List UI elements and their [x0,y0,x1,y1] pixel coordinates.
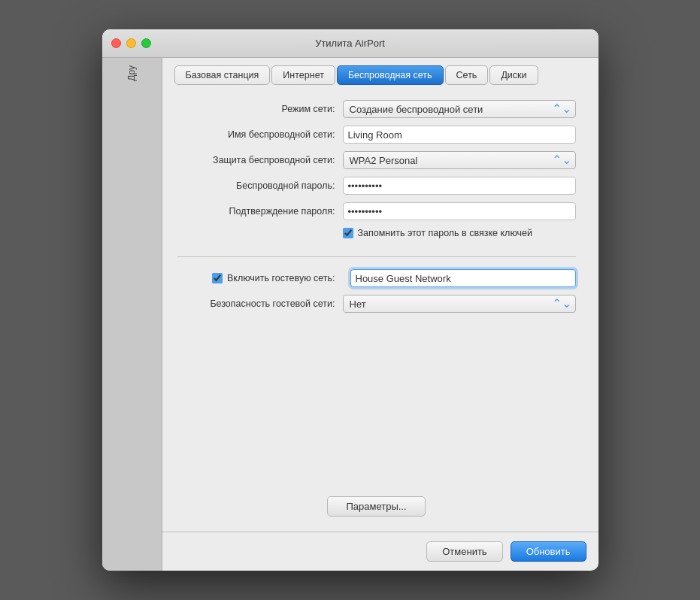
traffic-lights [111,38,151,48]
wireless-security-select[interactable]: WPA2 Personal [343,151,576,169]
network-mode-control: Создание беспроводной сети ⌃⌄ [343,100,576,118]
tab-base-station[interactable]: Базовая станция [174,65,271,85]
separator [177,256,576,257]
guest-security-select[interactable]: Нет [343,295,576,313]
remember-password-row: Запомнить этот пароль в связке ключей [177,228,576,238]
window-title: Утилита AirPort [315,38,385,49]
wireless-name-control [343,126,576,144]
maximize-button[interactable] [141,38,151,48]
titlebar: Утилита AirPort [102,29,598,58]
main-content: Базовая станция Интернет Беспроводная се… [162,58,598,571]
network-mode-row: Режим сети: Создание беспроводной сети ⌃… [177,100,576,118]
wireless-password-label: Беспроводной пароль: [177,180,343,191]
remember-password-label: Запомнить этот пароль в связке ключей [358,228,532,238]
guest-network-input[interactable] [350,269,576,287]
guest-network-row: Включить гостевую сеть: [177,269,576,287]
cancel-button[interactable]: Отменить [426,541,502,562]
update-button[interactable]: Обновить [511,541,586,562]
tab-network[interactable]: Сеть [445,65,489,85]
guest-security-control: Нет ⌃⌄ [343,295,576,313]
sidebar-item-label[interactable]: Дру [126,65,137,81]
form-area: Режим сети: Создание беспроводной сети ⌃… [162,85,598,532]
guest-network-label: Включить гостевую сеть: [227,273,335,283]
guest-network-control [350,269,576,287]
guest-security-select-wrapper: Нет ⌃⌄ [343,295,576,313]
sidebar: Дру [102,58,162,571]
guest-security-label: Безопасность гостевой сети: [177,298,343,309]
wireless-security-row: Защита беспроводной сети: WPA2 Personal … [177,151,576,169]
confirm-password-control [343,202,576,220]
wireless-name-label: Имя беспроводной сети: [177,129,343,140]
guest-network-checkbox[interactable] [212,273,223,283]
guest-security-row: Безопасность гостевой сети: Нет ⌃⌄ [177,295,576,313]
confirm-password-label: Подтверждение пароля: [177,206,343,217]
network-mode-select-wrapper: Создание беспроводной сети ⌃⌄ [343,100,576,118]
options-button-area: Параметры... [177,489,576,524]
guest-network-label-area: Включить гостевую сеть: [177,273,343,283]
wireless-name-row: Имя беспроводной сети: [177,126,576,144]
wireless-password-input[interactable] [343,177,576,195]
tab-internet[interactable]: Интернет [271,65,335,85]
remember-password-checkbox[interactable] [343,228,353,238]
wireless-name-input[interactable] [343,126,576,144]
close-button[interactable] [111,38,121,48]
footer-buttons: Отменить Обновить [162,532,598,571]
wireless-security-control: WPA2 Personal ⌃⌄ [343,151,576,169]
wireless-security-select-wrapper: WPA2 Personal ⌃⌄ [343,151,576,169]
network-mode-select[interactable]: Создание беспроводной сети [343,100,576,118]
confirm-password-input[interactable] [343,202,576,220]
confirm-password-row: Подтверждение пароля: [177,202,576,220]
network-mode-label: Режим сети: [177,104,343,114]
wireless-password-control [343,177,576,195]
tabs-bar: Базовая станция Интернет Беспроводная се… [162,58,598,85]
options-button[interactable]: Параметры... [327,496,425,517]
wireless-password-row: Беспроводной пароль: [177,177,576,195]
tab-disks[interactable]: Диски [489,65,538,85]
wireless-security-label: Защита беспроводной сети: [177,155,343,165]
tab-wireless[interactable]: Беспроводная сеть [337,65,444,85]
minimize-button[interactable] [126,38,136,48]
airport-utility-window: Утилита AirPort Дру Базовая станция Инте… [102,29,598,571]
